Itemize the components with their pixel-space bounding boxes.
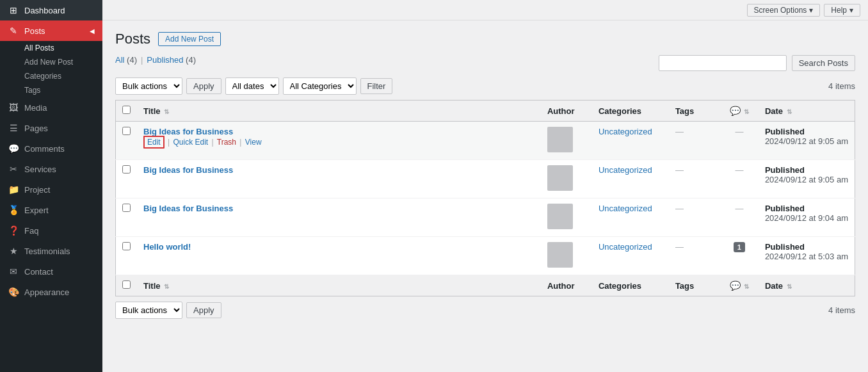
col-tags-footer: Tags	[669, 275, 720, 296]
sidebar-item-label: Media	[24, 103, 47, 113]
expert-icon: 🏅	[8, 205, 19, 215]
sidebar-item-testimonials[interactable]: ★ Testimonials	[0, 241, 102, 261]
screen-options-arrow-icon: ▾	[809, 6, 813, 15]
sidebar-item-services[interactable]: ✂ Services	[0, 159, 102, 179]
all-dates-select[interactable]: All dates	[225, 77, 279, 95]
sidebar-sub-categories[interactable]: Categories	[0, 69, 102, 83]
post-title-link[interactable]: Big Ideas for Business	[143, 165, 233, 175]
sidebar-item-pages[interactable]: ☰ Pages	[0, 118, 102, 138]
search-input[interactable]	[659, 55, 787, 71]
sidebar-sub-all-posts[interactable]: All Posts	[0, 41, 102, 55]
search-posts-button[interactable]: Search Posts	[792, 55, 855, 71]
sidebar-item-label: Testimonials	[24, 247, 70, 256]
row-category-cell: Uncategorized	[592, 122, 669, 160]
row-author-cell	[541, 160, 592, 198]
sidebar-item-contact[interactable]: ✉ Contact	[0, 261, 102, 282]
row-category-cell: Uncategorized	[592, 237, 669, 275]
title-sort-footer-icon: ⇅	[164, 283, 169, 290]
sidebar-item-label: Dashboard	[24, 6, 65, 15]
bulk-actions-select[interactable]: Bulk actions	[115, 77, 182, 95]
sidebar-sub-add-new[interactable]: Add New Post	[0, 55, 102, 69]
col-title-footer: Title ⇅	[137, 275, 541, 296]
row-comments-cell: —	[720, 198, 759, 237]
row-author-cell	[541, 237, 592, 275]
bottom-toolbar: Bulk actions Apply 4 items	[115, 302, 855, 319]
sidebar-item-media[interactable]: 🖼 Media	[0, 97, 102, 118]
post-title-link[interactable]: Big Ideas for Business	[143, 204, 233, 213]
col-tags: Tags	[669, 101, 720, 122]
comment-count-badge[interactable]: 1	[734, 242, 745, 252]
sidebar-item-posts[interactable]: ✎ Posts ◀	[0, 20, 102, 41]
sidebar-item-expert[interactable]: 🏅 Expert	[0, 200, 102, 220]
post-title-link[interactable]: Hello world!	[143, 242, 191, 252]
apply-button-top[interactable]: Apply	[186, 78, 221, 94]
row-checkbox[interactable]	[122, 165, 131, 174]
appearance-icon: 🎨	[8, 287, 19, 297]
date-status: Published	[765, 204, 848, 213]
quick-edit-link[interactable]: Quick Edit	[173, 138, 209, 147]
date-value: 2024/09/12 at 5:03 am	[765, 252, 848, 261]
trash-link[interactable]: Trash	[217, 138, 236, 147]
category-link[interactable]: Uncategorized	[599, 127, 652, 136]
row-checkbox-cell	[116, 160, 138, 198]
row-checkbox[interactable]	[122, 127, 131, 135]
comments-icon: 💬	[8, 143, 19, 154]
sidebar-item-appearance[interactable]: 🎨 Appearance	[0, 282, 102, 302]
select-all-checkbox[interactable]	[122, 106, 131, 114]
select-all-footer	[116, 275, 138, 296]
row-date-cell: Published 2024/09/12 at 9:05 am	[759, 122, 855, 160]
content-area: Posts Add New Post All (4) | Published (…	[102, 20, 868, 372]
row-date-cell: Published 2024/09/12 at 5:03 am	[759, 237, 855, 275]
row-title-cell: Big Ideas for Business Edit | Quick Edit…	[137, 122, 541, 160]
category-link[interactable]: Uncategorized	[599, 204, 652, 213]
filter-links: All (4) | Published (4)	[115, 55, 196, 65]
date-status: Published	[765, 242, 848, 252]
row-date-cell: Published 2024/09/12 at 9:05 am	[759, 160, 855, 198]
pages-icon: ☰	[8, 123, 19, 133]
items-count-top: 4 items	[828, 81, 855, 91]
col-comments-footer: 💬 ⇅	[720, 275, 759, 296]
filter-all-link[interactable]: All (4)	[115, 55, 137, 65]
category-link[interactable]: Uncategorized	[599, 242, 652, 252]
sidebar-item-faq[interactable]: ❓ Faq	[0, 220, 102, 241]
sidebar-item-label: Expert	[24, 206, 49, 215]
row-tags-cell: —	[669, 198, 720, 237]
row-comments-cell: —	[720, 160, 759, 198]
col-title[interactable]: Title ⇅	[137, 101, 541, 122]
edit-link[interactable]: Edit	[147, 138, 161, 147]
help-button[interactable]: Help ▾	[824, 4, 860, 17]
filter-button[interactable]: Filter	[360, 78, 393, 94]
sidebar-item-comments[interactable]: 💬 Comments	[0, 138, 102, 159]
sidebar-item-project[interactable]: 📁 Project	[0, 179, 102, 200]
tags-value: —	[675, 165, 684, 175]
table-header-row: Title ⇅ Author Categories Tags 💬 ⇅	[116, 101, 855, 122]
filter-published-link[interactable]: Published (4)	[147, 55, 196, 65]
view-link[interactable]: View	[245, 138, 262, 147]
post-title-link[interactable]: Big Ideas for Business	[143, 127, 233, 136]
search-area: Search Posts	[659, 55, 855, 71]
row-title-cell: Hello world!	[137, 237, 541, 275]
row-checkbox[interactable]	[122, 204, 131, 212]
apply-button-bottom[interactable]: Apply	[186, 302, 221, 318]
sidebar-item-label: Comments	[24, 144, 65, 154]
date-status: Published	[765, 165, 848, 175]
sidebar-item-label: Appearance	[24, 287, 69, 297]
col-author-footer: Author	[541, 275, 592, 296]
bulk-actions-select-bottom[interactable]: Bulk actions	[115, 302, 182, 319]
col-date[interactable]: Date ⇅	[759, 101, 855, 122]
row-checkbox-cell	[116, 237, 138, 275]
sidebar-item-dashboard[interactable]: ⊞ Dashboard	[0, 0, 102, 20]
row-checkbox[interactable]	[122, 242, 131, 250]
all-categories-select[interactable]: All Categories	[283, 77, 357, 95]
row-checkbox-cell	[116, 122, 138, 160]
services-icon: ✂	[8, 164, 19, 174]
category-link[interactable]: Uncategorized	[599, 165, 652, 175]
select-all-footer-checkbox[interactable]	[122, 280, 131, 289]
sidebar: ⊞ Dashboard ✎ Posts ◀ All Posts Add New …	[0, 0, 102, 372]
comments-sort-footer-icon: ⇅	[744, 283, 749, 290]
sidebar-sub-tags[interactable]: Tags	[0, 83, 102, 97]
add-new-post-button[interactable]: Add New Post	[158, 32, 221, 46]
date-sort-icon: ⇅	[787, 108, 792, 115]
row-comments-cell: —	[720, 122, 759, 160]
screen-options-button[interactable]: Screen Options ▾	[747, 4, 821, 17]
